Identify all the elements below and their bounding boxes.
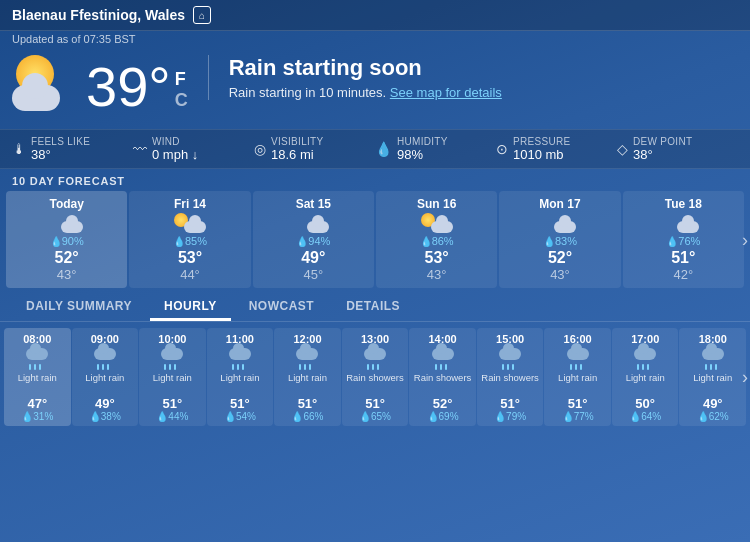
hour-icon-1700 (631, 348, 659, 370)
hour-item-1400[interactable]: 14:00 Rain showers 52° 💧69% (409, 328, 476, 426)
mini-cloud-icon (61, 221, 83, 233)
unit-f: F (175, 69, 188, 90)
current-temperature: 39° (86, 59, 171, 115)
hour-icon-1800 (699, 348, 727, 370)
hour-item-1800[interactable]: 18:00 Light rain 49° 💧62% › (679, 328, 746, 426)
hour-icon-1500 (496, 348, 524, 370)
hour-icon-1200 (293, 348, 321, 370)
forecast-day-sat15[interactable]: Sat 15 💧94% 49° 45° (253, 191, 374, 288)
map-link[interactable]: See map for details (390, 85, 502, 100)
forecast-icon-sun16 (421, 213, 453, 233)
hour-icon-1100 (226, 348, 254, 370)
tab-hourly[interactable]: HOURLY (150, 294, 231, 321)
stat-wind: 〰 WIND 0 mph ↓ (133, 136, 254, 162)
hour-item-1300[interactable]: 13:00 Rain showers 51° 💧65% (342, 328, 409, 426)
forecast-day-sun16[interactable]: Sun 16 💧86% 53° 43° (376, 191, 497, 288)
forecast-day-today[interactable]: Today 💧90% 52° 43° (6, 191, 127, 288)
home-icon[interactable]: ⌂ (193, 6, 211, 24)
hour-item-1200[interactable]: 12:00 Light rain 51° 💧66% (274, 328, 341, 426)
eye-icon: ◎ (254, 141, 266, 157)
humidity-icon: 💧 (375, 141, 392, 157)
forecast-day-fri14[interactable]: Fri 14 💧85% 53° 44° (129, 191, 250, 288)
forecast-icon-fri14 (174, 213, 206, 233)
forecast-section-label: 10 DAY FORECAST (0, 169, 750, 191)
forecast-icon-mon17 (544, 213, 576, 233)
forecast-row: Today 💧90% 52° 43° Fri 14 💧85% 53° 44° S… (0, 191, 750, 288)
tabs-row: DAILY SUMMARY HOURLY NOWCAST DETAILS (0, 288, 750, 322)
header: Blaenau Ffestiniog, Wales ⌂ (0, 0, 750, 31)
pressure-icon: ⊙ (496, 141, 508, 157)
hour-icon-0800 (23, 348, 51, 370)
hour-icon-1000 (158, 348, 186, 370)
hour-item-0900[interactable]: 09:00 Light rain 49° 💧38% (72, 328, 139, 426)
forecast-icon-tue18 (667, 213, 699, 233)
tab-daily-summary[interactable]: DAILY SUMMARY (12, 294, 146, 321)
stat-pressure: ⊙ PRESSURE 1010 mb (496, 136, 617, 162)
thermometer-icon: 🌡 (12, 141, 26, 157)
dew-icon: ◇ (617, 141, 628, 157)
forecast-icon-today (51, 213, 83, 233)
hour-item-1100[interactable]: 11:00 Light rain 51° 💧54% (207, 328, 274, 426)
hour-item-1000[interactable]: 10:00 Light rain 51° 💧44% (139, 328, 206, 426)
current-right: Rain starting soon Rain starting in 10 m… (208, 55, 502, 100)
hour-icon-1600 (564, 348, 592, 370)
current-weather: 39° F C Rain starting soon Rain starting… (0, 47, 750, 129)
hour-icon-1400 (429, 348, 457, 370)
tab-details[interactable]: DETAILS (332, 294, 414, 321)
stat-humidity: 💧 HUMIDITY 98% (375, 136, 496, 162)
hour-item-1600[interactable]: 16:00 Light rain 51° 💧77% (544, 328, 611, 426)
hourly-chevron-right[interactable]: › (742, 367, 748, 388)
stat-visibility: ◎ VISIBILITY 18.6 mi (254, 136, 375, 162)
stat-dew-point: ◇ DEW POINT 38° (617, 136, 738, 162)
current-left: 39° F C (12, 55, 188, 119)
tab-nowcast[interactable]: NOWCAST (235, 294, 329, 321)
location-name: Blaenau Ffestiniog, Wales (12, 7, 185, 23)
forecast-icon-sat15 (297, 213, 329, 233)
temp-unit: F C (175, 69, 188, 111)
main-weather-icon (12, 55, 76, 119)
condition-title: Rain starting soon (229, 55, 502, 81)
updated-time: Updated as of 07:35 BST (0, 31, 750, 47)
hour-item-0800[interactable]: 08:00 Light rain 47° 💧31% (4, 328, 71, 426)
stats-bar: 🌡 FEELS LIKE 38° 〰 WIND 0 mph ↓ ◎ VISIBI… (0, 129, 750, 169)
hour-item-1500[interactable]: 15:00 Rain showers 51° 💧79% (477, 328, 544, 426)
unit-c: C (175, 90, 188, 111)
stat-feels-like: 🌡 FEELS LIKE 38° (12, 136, 133, 162)
hourly-row: 08:00 Light rain 47° 💧31% 09:00 Light ra… (0, 322, 750, 426)
hour-icon-0900 (91, 348, 119, 370)
hour-item-1700[interactable]: 17:00 Light rain 50° 💧64% (612, 328, 679, 426)
forecast-day-tue18[interactable]: Tue 18 💧76% 51° 42° › (623, 191, 744, 288)
condition-subtitle: Rain starting in 10 minutes. See map for… (229, 85, 502, 100)
forecast-chevron-right[interactable]: › (742, 229, 748, 250)
wind-icon: 〰 (133, 141, 147, 157)
cloud-icon (12, 85, 60, 111)
hour-icon-1300 (361, 348, 389, 370)
forecast-day-mon17[interactable]: Mon 17 💧83% 52° 43° (499, 191, 620, 288)
